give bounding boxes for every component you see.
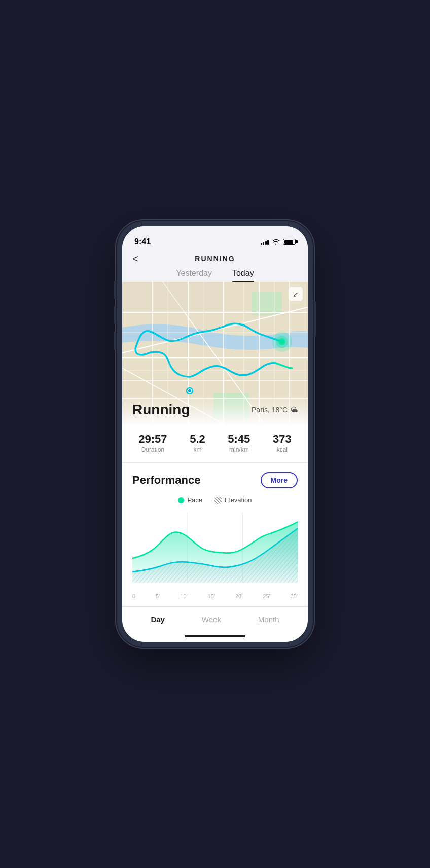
chart-label-30: 30' [291, 593, 298, 599]
chart-x-labels: 0 5' 10' 15' 20' 25' 30' [132, 590, 298, 602]
status-icons [261, 239, 296, 245]
weather-text: Paris, 18°C [252, 406, 288, 414]
stat-pace-label: min/km [228, 446, 250, 453]
stat-calories-label: kcal [273, 446, 292, 453]
page-title: RUNNING [195, 255, 235, 263]
stat-duration: 29:57 Duration [138, 433, 167, 453]
battery-fill [284, 240, 293, 244]
map-overlay: Running Paris, 18°C 🌥 [122, 395, 308, 424]
signal-bars-icon [261, 239, 269, 245]
map-container: ↙ Running Paris, 18°C 🌥 [122, 282, 308, 424]
performance-header: Performance More [132, 472, 298, 488]
weather-info: Paris, 18°C 🌥 [252, 406, 298, 414]
status-time: 9:41 [134, 237, 151, 246]
header: < RUNNING [122, 250, 308, 269]
phone-screen: 9:41 < RUNNING [122, 226, 308, 642]
pace-legend-label: Pace [187, 496, 202, 504]
battery-icon [283, 239, 296, 245]
bottom-nav: Day Week Month [122, 606, 308, 630]
svg-rect-21 [122, 282, 152, 311]
svg-rect-23 [189, 282, 223, 311]
svg-point-29 [280, 340, 284, 344]
chart-label-5: 5' [156, 593, 160, 599]
pace-legend-dot [178, 497, 184, 503]
legend-elevation: Elevation [214, 496, 252, 504]
elevation-legend-icon [214, 497, 222, 504]
stat-duration-value: 29:57 [138, 433, 167, 445]
performance-title: Performance [132, 474, 201, 487]
stat-calories-value: 373 [273, 433, 292, 445]
stat-pace-value: 5:45 [228, 433, 250, 445]
tab-yesterday[interactable]: Yesterday [176, 269, 212, 282]
svg-rect-22 [154, 282, 187, 311]
map-expand-button[interactable]: ↙ [289, 287, 303, 301]
tabs: Yesterday Today [122, 269, 308, 282]
chart-label-20: 20' [235, 593, 242, 599]
stat-calories: 373 kcal [273, 433, 292, 453]
chart-label-25: 25' [263, 593, 270, 599]
nav-day[interactable]: Day [142, 613, 173, 626]
performance-chart: 0 5' 10' 15' 20' 25' 30' [132, 512, 298, 588]
back-button[interactable]: < [132, 253, 138, 265]
phone-frame: 9:41 < RUNNING [116, 220, 314, 648]
stat-pace: 5:45 min/km [228, 433, 250, 453]
performance-section: Performance More Pace Elevation [122, 463, 308, 606]
svg-rect-1 [252, 292, 282, 315]
chart-legend: Pace Elevation [132, 496, 298, 504]
home-indicator [122, 630, 308, 642]
elevation-legend-label: Elevation [225, 496, 252, 504]
wifi-icon [272, 239, 280, 245]
svg-point-25 [188, 389, 191, 392]
weather-icon: 🌥 [291, 406, 298, 414]
stat-duration-label: Duration [138, 446, 167, 453]
stats-row: 29:57 Duration 5.2 km 5:45 min/km 373 kc… [122, 424, 308, 463]
chart-label-0: 0 [132, 593, 135, 599]
chart-svg [132, 512, 298, 588]
status-bar: 9:41 [122, 226, 308, 250]
stat-distance: 5.2 km [190, 433, 205, 453]
stat-distance-value: 5.2 [190, 433, 205, 445]
home-bar [185, 635, 245, 637]
tab-today[interactable]: Today [232, 269, 254, 282]
chart-label-15: 15' [208, 593, 215, 599]
more-button[interactable]: More [261, 472, 298, 488]
nav-month[interactable]: Month [250, 613, 288, 626]
stat-distance-label: km [190, 446, 205, 453]
nav-week[interactable]: Week [194, 613, 229, 626]
chart-label-10: 10' [180, 593, 187, 599]
legend-pace: Pace [178, 496, 202, 504]
activity-label: Running [132, 402, 190, 418]
